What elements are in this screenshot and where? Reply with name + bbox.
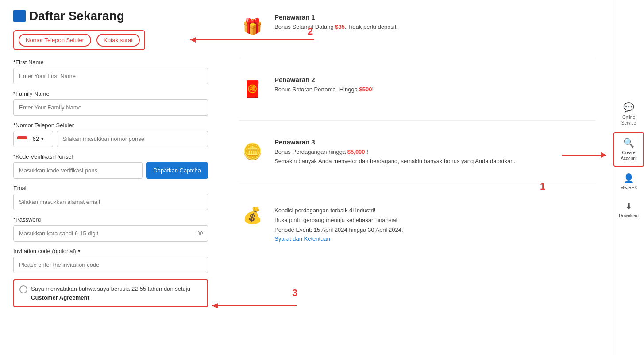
captcha-row: Dapatkan Captcha <box>13 162 208 179</box>
event-line-1: Kondisi perdagangan terbaik di industri! <box>274 206 403 215</box>
family-name-label: *Family Name <box>13 90 208 97</box>
offer-1-title: Penawaran 1 <box>274 13 398 21</box>
captcha-group: *Kode Verifikasi Ponsel Dapatkan Captcha <box>13 153 208 179</box>
offer-2-highlight: $500 <box>359 86 372 93</box>
event-item: 💰 Kondisi perdagangan terbaik di industr… <box>239 202 595 242</box>
invite-chevron-icon: ▾ <box>78 248 81 254</box>
email-label: Email <box>13 185 208 191</box>
tab-email[interactable]: Kotak surat <box>96 34 140 47</box>
sidebar-create-label: CreateAccount <box>621 150 636 161</box>
country-code: +62 <box>29 136 39 142</box>
offer-3-highlight: $5,000 <box>347 148 365 155</box>
captcha-input[interactable] <box>13 162 143 179</box>
sidebar-item-create[interactable]: 🔍 CreateAccount <box>613 132 644 167</box>
first-name-label: *First Name <box>13 59 208 66</box>
family-name-group: *Family Name <box>13 90 208 116</box>
event-line-3: Periode Event: 15 April 2024 hingga 30 A… <box>274 225 403 235</box>
event-date: 15 April 2024 hingga 30 April 2024. <box>314 226 403 233</box>
email-input[interactable] <box>13 194 208 210</box>
flag-id-icon <box>17 136 27 142</box>
myjrfx-icon: 👤 <box>623 173 634 183</box>
offer-1-desc: Bonus Selamat Datang $35. Tidak perlu de… <box>274 23 398 32</box>
offer-1-body: Penawaran 1 Bonus Selamat Datang $35. Ti… <box>274 13 398 32</box>
offer-1-icon: 🎁 <box>239 13 266 40</box>
agreement-text: Saya menyatakan bahwa saya berusia 22-55… <box>31 285 190 302</box>
event-line-2: Buka pintu gerbang menuju kebebasan fina… <box>274 215 403 225</box>
event-icon: 💰 <box>239 202 266 229</box>
invite-group: Invitation code (optional) ▾ <box>13 248 208 273</box>
download-icon: ⬇ <box>625 201 632 211</box>
password-group: *Password 👁 <box>13 216 208 242</box>
sidebar-download-label: Download <box>619 213 638 218</box>
sidebar-item-myjrfx[interactable]: 👤 MyJRFX <box>613 168 644 195</box>
page-title: Daftar Sekarang <box>13 9 208 23</box>
title-icon <box>13 10 26 22</box>
captcha-button[interactable]: Dapatkan Captcha <box>146 162 208 179</box>
sidebar: 💬 OnlineService 🔍 CreateAccount 👤 MyJRFX… <box>613 0 644 355</box>
divider-2 <box>239 120 595 121</box>
phone-group: *Nomor Telepon Seluler +62 ▾ <box>13 122 208 147</box>
content-area: 🎁 Penawaran 1 Bonus Selamat Datang $35. … <box>221 0 613 355</box>
captcha-label: *Kode Verifikasi Ponsel <box>13 153 208 160</box>
event-body: Kondisi perdagangan terbaik di industri!… <box>274 206 403 242</box>
first-name-input[interactable] <box>13 68 208 84</box>
offer-3-desc: Bonus Perdagangan hingga $5,000 ! Semaki… <box>274 148 515 166</box>
phone-row: +62 ▾ <box>13 131 208 147</box>
service-icon: 💬 <box>623 102 634 113</box>
agreement-checkbox[interactable] <box>19 285 27 293</box>
offer-item-2: 🧧 Penawaran 2 Bonus Setoran Pertama- Hin… <box>239 76 595 102</box>
offer-2-icon: 🧧 <box>239 76 266 102</box>
offer-3-body: Penawaran 3 Bonus Perdagangan hingga $5,… <box>274 138 515 166</box>
offer-3-title: Penawaran 3 <box>274 138 515 146</box>
phone-input[interactable] <box>57 131 208 147</box>
email-group: Email <box>13 185 208 210</box>
agreement-row: Saya menyatakan bahwa saya berusia 22-55… <box>13 279 208 307</box>
offer-2-body: Penawaran 2 Bonus Setoran Pertama- Hingg… <box>274 76 374 94</box>
syarat-link[interactable]: Syarat dan Ketentuan <box>274 235 330 242</box>
divider-3 <box>239 184 595 184</box>
sidebar-item-service[interactable]: 💬 OnlineService <box>613 98 644 130</box>
offer-list: 🎁 Penawaran 1 Bonus Selamat Datang $35. … <box>239 13 595 242</box>
create-icon: 🔍 <box>623 137 634 148</box>
offer-1-highlight: $35 <box>335 23 345 30</box>
eye-icon[interactable]: 👁 <box>197 230 204 238</box>
password-wrapper: 👁 <box>13 225 208 242</box>
sidebar-service-label: OnlineService <box>621 114 636 126</box>
password-label: *Password <box>13 216 208 223</box>
agreement-link[interactable]: Customer Agreement <box>31 294 89 301</box>
invite-label: Invitation code (optional) ▾ <box>13 248 208 254</box>
family-name-input[interactable] <box>13 99 208 116</box>
country-select[interactable]: +62 ▾ <box>13 131 53 147</box>
sidebar-item-download[interactable]: ⬇ Download <box>613 196 644 222</box>
tab-phone[interactable]: Nomor Telepon Seluler <box>19 34 91 47</box>
offer-2-desc: Bonus Setoran Pertama- Hingga $500! <box>274 85 374 94</box>
first-name-group: *First Name <box>13 59 208 84</box>
sidebar-myjrfx-label: MyJRFX <box>620 185 637 190</box>
divider-1 <box>239 58 595 58</box>
tab-row: Nomor Telepon Seluler Kotak surat <box>13 30 145 50</box>
offer-item-1: 🎁 Penawaran 1 Bonus Selamat Datang $35. … <box>239 13 595 40</box>
invite-input[interactable] <box>13 257 208 273</box>
chevron-down-icon: ▾ <box>41 136 44 142</box>
offer-item-3: 🪙 Penawaran 3 Bonus Perdagangan hingga $… <box>239 138 595 166</box>
offer-3-icon: 🪙 <box>239 138 266 165</box>
phone-label: *Nomor Telepon Seluler <box>13 122 208 129</box>
offer-2-title: Penawaran 2 <box>274 76 374 83</box>
password-input[interactable] <box>13 225 208 242</box>
